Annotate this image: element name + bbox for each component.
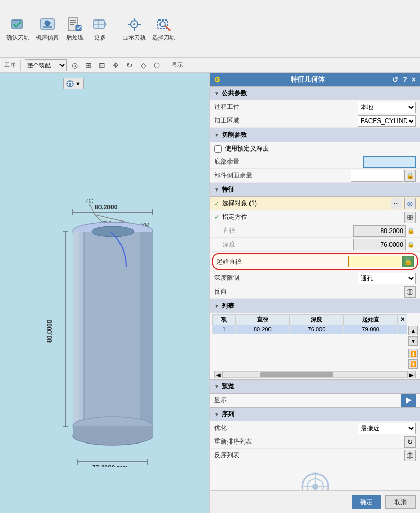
reorder-button[interactable]: ↻ bbox=[404, 436, 416, 448]
depth-limit-select[interactable]: 通孔 bbox=[358, 273, 416, 284]
sim-button[interactable]: 机床仿真 bbox=[34, 14, 61, 44]
process-label: 工序 bbox=[4, 61, 16, 69]
reverse-list-button[interactable] bbox=[404, 450, 416, 461]
list-top-button[interactable]: ⏫ bbox=[408, 349, 418, 358]
diameter-value: 80.2000 bbox=[353, 225, 406, 237]
svg-line-26 bbox=[89, 204, 95, 215]
section-arrow-preview: ▼ bbox=[214, 384, 219, 389]
diameter-lock-icon: 🔒 bbox=[406, 225, 416, 237]
machining-area-select[interactable]: FACES_CYLINDER bbox=[358, 115, 416, 127]
col-diameter-header: 直径 bbox=[236, 315, 290, 325]
list-scrollbar[interactable]: ◀ ▶ bbox=[210, 370, 420, 379]
reverse-row: 反向 bbox=[210, 285, 420, 299]
display-path-button[interactable]: 显示刀轨 bbox=[121, 14, 148, 44]
side-allowance-input[interactable]: 0.0000 bbox=[351, 170, 403, 182]
target-icon[interactable]: ◎ bbox=[69, 59, 81, 71]
pan-icon[interactable]: ✥ bbox=[110, 59, 122, 71]
display-icon bbox=[126, 16, 143, 33]
optimize-select[interactable]: 最接近 bbox=[358, 423, 416, 434]
preview-display-button[interactable] bbox=[401, 394, 416, 407]
zoom-fit-icon[interactable]: ⊞ bbox=[83, 59, 94, 71]
section-seq-label: 序列 bbox=[222, 410, 234, 419]
list-down-button[interactable]: ▼ bbox=[408, 336, 418, 346]
close-panel-button[interactable]: × bbox=[412, 75, 416, 84]
select-obj-btn2[interactable]: ⊕ bbox=[404, 198, 416, 209]
delete-col-icon: ✕ bbox=[400, 316, 405, 323]
optimize-label: 优化 bbox=[214, 424, 358, 432]
svg-text:80.2000: 80.2000 bbox=[95, 204, 118, 211]
svg-rect-43 bbox=[83, 232, 85, 426]
diameter-label: 直径 bbox=[214, 226, 353, 235]
help-button[interactable]: ? bbox=[403, 75, 407, 84]
reverse-icon[interactable] bbox=[404, 286, 416, 298]
confirm-path-button[interactable]: 确认刀轨 bbox=[4, 14, 32, 44]
machining-area-row: 加工区域 FACES_CYLINDER bbox=[210, 114, 420, 128]
section-arrow-cut: ▼ bbox=[214, 132, 219, 138]
svg-point-3 bbox=[45, 21, 50, 26]
panel-header-icons: ↺ ? × bbox=[392, 75, 416, 84]
start-diameter-label: 起始直径 bbox=[216, 257, 348, 266]
start-diameter-lock-icon[interactable]: 🔓 bbox=[402, 256, 414, 267]
confirm-icon bbox=[9, 16, 26, 33]
shape-icon[interactable]: ◇ bbox=[137, 59, 149, 71]
refresh-panel-button[interactable]: ↺ bbox=[392, 75, 398, 84]
section-public-params[interactable]: ▼ 公共参数 bbox=[210, 86, 420, 100]
use-depth-checkbox[interactable] bbox=[214, 145, 222, 153]
start-diameter-row[interactable]: 起始直径 79.0000 🔓 bbox=[212, 253, 418, 270]
scroll-left-button[interactable]: ◀ bbox=[214, 371, 223, 378]
svg-point-59 bbox=[92, 226, 134, 237]
sep2 bbox=[167, 60, 167, 71]
more-button[interactable]: 更多 bbox=[88, 14, 112, 44]
cube-icon[interactable]: ⬡ bbox=[151, 59, 163, 71]
post-button[interactable]: 后处理 bbox=[63, 14, 86, 44]
view-controls[interactable]: ▼ bbox=[63, 78, 84, 89]
canvas-area[interactable]: ▼ ZC ZM YM XM 80.2000 bbox=[0, 73, 209, 513]
zoom-box-icon[interactable]: ⊡ bbox=[96, 59, 108, 71]
start-diameter-input[interactable]: 79.0000 bbox=[348, 256, 401, 267]
use-depth-label: 使用预定义深度 bbox=[225, 144, 269, 153]
list-side-controls: ▲ ▼ ⏫ ⏬ bbox=[408, 314, 418, 369]
secondary-toolbar: 工序 整个装配 ◎ ⊞ ⊡ ✥ ↻ ◇ ⬡ 显示 bbox=[0, 58, 420, 73]
side-allowance-lock-icon[interactable]: 🔒 bbox=[404, 170, 416, 182]
diameter-row: 直径 80.2000 🔒 bbox=[210, 224, 420, 238]
section-list[interactable]: ▼ 列表 bbox=[210, 299, 420, 313]
section-sequence[interactable]: ▼ 序列 bbox=[210, 407, 420, 421]
svg-rect-8 bbox=[76, 25, 81, 31]
section-preview[interactable]: ▼ 预览 bbox=[210, 379, 420, 394]
bottom-allowance-input[interactable]: 0.0000 bbox=[363, 156, 416, 168]
view-arrow: ▼ bbox=[75, 81, 81, 87]
col-depth-header: 深度 bbox=[289, 315, 344, 325]
svg-point-21 bbox=[69, 83, 71, 85]
cancel-button[interactable]: 取消 bbox=[385, 495, 416, 509]
process-tool-row: 过程工件 本地 bbox=[210, 100, 420, 114]
bottom-allowance-row: 底部余量 0.0000 bbox=[210, 155, 420, 169]
select-obj-row[interactable]: ✓ 选择对象 (1) ⋯ ⊕ bbox=[210, 197, 420, 210]
depth-value: 76.0000 bbox=[353, 239, 406, 250]
reverse-list-label: 反序列表 bbox=[214, 451, 403, 460]
process-tool-select[interactable]: 本地 bbox=[358, 102, 416, 113]
model-svg: ZC ZM YM XM 80.2000 bbox=[5, 99, 209, 467]
section-feature[interactable]: ▼ 特征 bbox=[210, 183, 420, 197]
reorder-label: 重新排序列表 bbox=[214, 437, 403, 446]
assembly-select[interactable]: 整个装配 bbox=[25, 59, 67, 71]
svg-rect-41 bbox=[140, 232, 153, 426]
select-obj-check: ✓ bbox=[214, 199, 220, 207]
select-path-button[interactable]: 选择刀轨 bbox=[150, 14, 177, 44]
confirm-button[interactable]: 确定 bbox=[352, 495, 381, 509]
scroll-track[interactable] bbox=[223, 371, 407, 378]
specify-dir-check: ✓ bbox=[214, 213, 220, 221]
section-list-label: 列表 bbox=[222, 301, 234, 310]
select-obj-btn1[interactable]: ⋯ bbox=[391, 198, 402, 209]
list-up-button[interactable]: ▲ bbox=[408, 326, 418, 335]
specify-dir-row[interactable]: ✓ 指定方位 bbox=[210, 210, 420, 224]
panel-header: ⚙ 特征几何体 ↺ ? × bbox=[210, 73, 420, 86]
section-arrow-feature: ▼ bbox=[214, 187, 219, 193]
specify-dir-icon[interactable] bbox=[404, 212, 416, 223]
list-bottom-button[interactable]: ⏬ bbox=[408, 359, 418, 369]
rotate-icon[interactable]: ↻ bbox=[124, 59, 135, 71]
select-icon bbox=[155, 16, 172, 33]
reverse-label: 反向 bbox=[214, 287, 403, 296]
section-cut-params[interactable]: ▼ 切削参数 bbox=[210, 128, 420, 142]
scroll-right-button[interactable]: ▶ bbox=[407, 371, 416, 378]
table-row[interactable]: 1 80.200 76.000 79.000 bbox=[213, 325, 407, 334]
